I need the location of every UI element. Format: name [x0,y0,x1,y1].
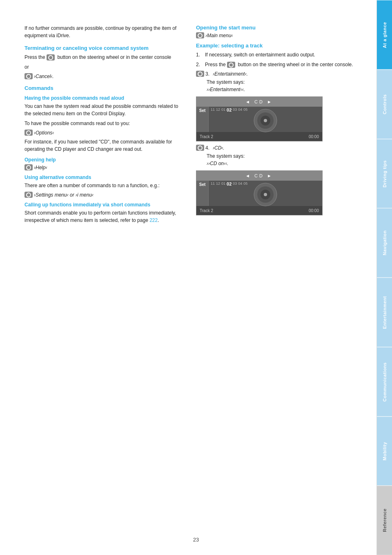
opening-start-menu-heading: Opening the start menu [196,25,355,31]
sidebar-tab-reference-label: Reference [382,509,387,533]
trk-02-active: 02 [227,107,232,112]
cd-display1-time: 00:00 [309,134,319,139]
trk-04: 04 [238,107,242,112]
sidebar-tab-reference[interactable]: Reference [377,486,392,555]
trk-01: 01 [221,107,225,112]
trk-05: 05 [243,107,247,112]
sidebar-tab-entertainment[interactable]: Entertainment [377,278,392,347]
sidebar-tab-at-a-glance-label: At a glance [382,22,387,48]
commands-heading: Commands [24,85,184,91]
step-4-row: 4. ›CD‹. [196,145,355,151]
using-alt-body: There are often a number of commands to … [24,182,184,189]
step-3-row: 3. ›Entertainment‹. [196,71,355,77]
step-4-says-text: ››CD on‹‹. [207,160,355,167]
cd-display2-middle: Set 11 12 01 02 03 04 05 [196,181,322,206]
trk-12: 12 [216,107,220,112]
cancel-command-row: ›Cancel‹. [24,73,184,79]
step-2: 2. Press the button on the steering whee… [196,61,355,68]
settings-command-row: ›Settings menu‹ or ›i menu‹ [24,192,184,198]
having-body: You can have the system read aloud the p… [24,103,184,117]
trk2-03: 03 [233,181,237,186]
having-body2: To have the possible commands read out t… [24,120,184,127]
svg-point-3 [264,119,267,122]
step-2-b: button on the steering wheel or in the c… [238,62,353,67]
sidebar-tab-driving-tips-label: Driving tips [382,160,387,188]
sidebar-tab-mobility[interactable]: Mobility [377,416,392,486]
step-1-num: 1. [196,51,203,58]
sidebar-tab-at-a-glance[interactable]: At a glance [377,0,392,69]
sidebar-tab-communications-label: Communications [382,362,387,401]
having-heading: Having the possible commands read aloud [24,95,184,101]
trk-03: 03 [233,107,237,112]
trk2-04: 04 [238,181,242,186]
sidebar-tab-communications[interactable]: Communications [377,347,392,416]
cd-display-2: ◄ CD ► Set 11 12 01 02 03 04 05 [196,170,323,215]
cd-display2-top-text: ◄ CD ► [245,173,273,178]
sidebar-tab-controls[interactable]: Controls [377,69,392,139]
svg-point-7 [264,193,267,196]
cd-display1-track: Track 2 [200,134,213,139]
main-menu-command-row: ›Main menu‹ [196,32,355,38]
step-3-says-text: ››Entertainment‹‹. [207,86,355,93]
cd-display1-top-text: ◄ CD ► [245,99,273,104]
voice-icon-help [24,164,33,170]
step-4-system: The system says: [207,152,355,160]
help-command: ›Help‹ [34,165,47,170]
track-numbers-1: 11 12 01 02 03 04 05 [211,107,320,112]
trk2-01: 01 [221,181,225,186]
step-3-system: The system says: [207,78,355,86]
terminating-heading: Terminating or canceling voice command s… [24,45,184,51]
step-3-cmd: ›Entertainment‹. [213,71,248,77]
voice-icon-cancel [24,73,33,79]
voice-button-step2 [227,62,235,68]
cd-display2-track: Track 2 [200,208,213,213]
cd-disc-area2: 11 12 01 02 03 04 05 [209,181,322,206]
for-instance-text: For instance, if you have selected "CD",… [24,138,184,153]
help-command-row: ›Help‹ [24,164,184,170]
cd-set-button1: Set [196,107,209,132]
main-content: If no further commands are possible, con… [0,0,376,555]
settings-command: ›Settings menu‹ or ›i menu‹ [34,192,94,198]
sidebar-tab-mobility-label: Mobility [382,442,387,461]
sidebar-tab-controls-label: Controls [382,94,387,114]
sidebar-tab-navigation-label: Navigation [382,231,387,255]
trk2-05: 05 [243,181,247,186]
step-4-cmd: ›CD‹. [213,145,225,151]
step-2-content: Press the button on the steering wheel o… [205,61,355,68]
terminating-or: or [24,63,184,71]
trk2-02-active: 02 [227,181,232,186]
voice-icon-options [24,130,33,136]
opening-help-heading: Opening help [24,157,184,163]
cd-display2-cd-label-row: CD [196,215,322,215]
trk2-11: 11 [211,181,215,186]
voice-button-icon [47,54,55,60]
page-number: 23 [193,537,199,543]
intro-paragraph: If no further commands are possible, con… [24,25,184,39]
step-3-num: 3. [205,71,213,77]
cd-disc-area1: 11 12 01 02 03 04 05 [209,107,322,132]
calling-period: . [158,217,159,223]
voice-icon-step3 [196,71,204,77]
step-4-says: The system says: ››CD on‹‹. [207,152,355,167]
cd-display1-entertainment: Entertainment [196,141,322,141]
sidebar-tab-navigation[interactable]: Navigation [377,208,392,278]
cancel-command: ›Cancel‹. [34,74,54,79]
step-1: 1. If necessary, switch on entertainment… [196,51,355,58]
trk2-12: 12 [216,181,220,186]
cd-display1-middle: Set 11 12 01 02 03 04 05 [196,107,322,132]
calling-page-link[interactable]: 222 [149,217,158,223]
sidebar: At a glance Controls Driving tips Naviga… [376,0,392,555]
voice-icon-main-menu [196,32,204,38]
trk-11: 11 [211,107,215,112]
options-command-row: ›Options‹ [24,130,184,136]
terminating-body2: button on the steering wheel or in the c… [57,54,171,60]
sidebar-tab-driving-tips[interactable]: Driving tips [377,139,392,208]
terminating-body: Press the button on the steering wheel o… [24,54,184,61]
using-alt-heading: Using alternative commands [24,175,184,180]
example-heading: Example: selecting a track [196,43,355,49]
options-command: ›Options‹ [34,130,54,136]
cd-display2-time: 00:00 [309,208,319,213]
voice-icon-settings [24,192,33,198]
step-2-num: 2. [196,61,203,68]
calling-heading: Calling up functions immediately via sho… [24,202,184,208]
